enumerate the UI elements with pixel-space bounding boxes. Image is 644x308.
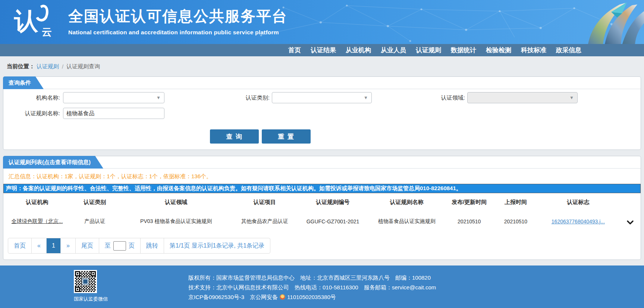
pagination: 首页 « 1 » 尾页 至 页 跳转 第1/1页 显示1到1条记录, 共1条记录 — [8, 238, 270, 254]
icp-number-text: 京ICP备09062530号-3 京公网安备 — [188, 294, 278, 300]
nav-item-cert-results[interactable]: 认证结果 — [311, 46, 336, 54]
site-subtitle: National certification and accreditation… — [68, 29, 288, 36]
chevron-down-icon: ▼ — [364, 95, 368, 100]
main-nav: 首页 认证结果 从业机构 从业人员 认证规则 数据统计 检验检测 科技标准 政采… — [0, 44, 644, 56]
footer-line-copyright: 版权所有：国家市场监督管理总局信息中心 地址：北京市西城区三里河东路八号 邮编：… — [188, 273, 436, 283]
pagination-status: 第1/1页 显示1到1条记录, 共1条记录 — [164, 238, 270, 253]
col-header-rule-no: 认证规则编号 — [296, 193, 370, 211]
pagination-next-button[interactable]: » — [60, 238, 75, 253]
breadcrumb-current: 认证规则查询 — [66, 63, 100, 70]
site-footer: 国家认监委微信 版权所有：国家市场监督管理总局信息中心 地址：北京市西城区三里河… — [0, 265, 644, 308]
col-header-project: 认证项目 — [233, 193, 296, 211]
pagination-last-button[interactable]: 尾页 — [75, 238, 99, 253]
qr-finder-icon — [75, 287, 80, 292]
row-expand-chevron-down-icon[interactable] — [627, 220, 634, 226]
site-title: 全国认证认可信息公共服务平台 — [68, 6, 288, 26]
qr-finder-icon — [91, 271, 96, 276]
results-table: 认证机构 认证类别 认证领域 认证项目 认证规则编号 认证规则名称 发布/更新时… — [3, 193, 641, 232]
table-row[interactable]: 全球绿色联盟（北京... 产品认证 PV03 植物基食品认证实施规则 其他食品农… — [3, 211, 641, 232]
search-form: 机构名称: ▼ 认证类别: ▼ 认证领域: ▼ 认证规则名称: — [3, 89, 641, 125]
cell-report-date: 20210510 — [495, 211, 537, 232]
nav-item-org[interactable]: 从业机构 — [346, 46, 371, 54]
header-artwork-decoration — [532, 0, 644, 44]
cell-domain: PV03 植物基食品认证实施规则 — [119, 211, 233, 232]
logo-cloud-glyph: 云 — [42, 25, 52, 39]
qr-caption: 国家认监委微信 — [74, 296, 97, 302]
nav-item-personnel[interactable]: 从业人员 — [381, 46, 406, 54]
site-header: 认 云 全国认证认可信息公共服务平台 National certificatio… — [0, 0, 644, 44]
org-name-link[interactable]: 全球绿色联盟（北京... — [12, 218, 63, 224]
cell-rule-no: GGUFC-GZ7001-2021 — [296, 211, 370, 232]
cert-category-label: 认证类别: — [211, 92, 270, 103]
disclaimer-bar: 声明：备案的认证规则的科学性、合法性、完整性、适用性，由报送备案信息的认证机构负… — [3, 184, 641, 193]
col-header-category: 认证类别 — [71, 193, 119, 211]
nav-item-home[interactable]: 首页 — [288, 46, 301, 54]
footer-line-icp: 京ICP备09062530号-3 京公网安备11010502035380号 — [188, 292, 436, 302]
results-panel-title: 认证规则列表(点击查看详细信息) — [3, 156, 103, 169]
nav-item-statistics[interactable]: 数据统计 — [451, 46, 476, 54]
qr-finder-icon — [75, 271, 80, 276]
col-header-expand — [620, 193, 641, 211]
breadcrumb-label: 当前位置： — [7, 63, 35, 70]
chevron-down-icon: ▼ — [569, 95, 574, 100]
table-header-row: 认证机构 认证类别 认证领域 认证项目 认证规则编号 认证规则名称 发布/更新时… — [3, 193, 641, 211]
rule-name-label: 认证规则名称: — [3, 108, 60, 119]
qr-center-logo-icon — [82, 279, 88, 285]
search-panel: 查询条件 机构名称: ▼ 认证类别: ▼ 认证领域: ▼ 认证规则名称: 查 询… — [3, 76, 641, 150]
pagination-jump-button[interactable]: 跳转 — [140, 238, 164, 253]
wechat-qr-block: 国家认监委微信 — [74, 270, 97, 302]
col-header-publish-date: 发布/更新时间 — [444, 193, 495, 211]
goto-prefix-label: 至 — [105, 242, 111, 250]
search-panel-title: 查询条件 — [3, 76, 44, 89]
pagination-goto-group: 至 页 — [99, 238, 140, 253]
police-record-number: 11010502035380号 — [287, 294, 336, 300]
org-name-select[interactable]: ▼ — [63, 92, 164, 103]
logo-ren-glyph: 认 — [14, 9, 38, 33]
site-title-block: 全国认证认可信息公共服务平台 National certification an… — [68, 6, 288, 36]
cert-domain-label: 认证领域: — [406, 92, 465, 103]
cert-category-select[interactable]: ▼ — [272, 92, 372, 103]
col-header-mark: 认证标志 — [537, 193, 619, 211]
nav-item-cert-rules[interactable]: 认证规则 — [416, 46, 441, 54]
site-logo[interactable]: 认 云 — [14, 4, 66, 41]
nav-item-procurement[interactable]: 政采信息 — [556, 46, 581, 54]
footer-line-support: 技术支持：北京中认网信息技术有限公司 热线电话：010-58116300 服务邮… — [188, 283, 436, 292]
col-header-report-date: 上报时间 — [495, 193, 537, 211]
chevron-down-icon: ▼ — [156, 95, 161, 100]
nav-item-tech-standards[interactable]: 科技标准 — [521, 46, 546, 54]
cell-rule-name: 植物基食品认证实施规则 — [370, 211, 444, 232]
rule-name-input[interactable] — [63, 108, 164, 119]
goto-suffix-label: 页 — [129, 242, 135, 250]
col-header-org: 认证机构 — [3, 193, 71, 211]
police-badge-icon — [280, 294, 285, 300]
reset-button[interactable]: 重 置 — [262, 129, 311, 144]
results-panel: 认证规则列表(点击查看详细信息) 汇总信息：认证机构：1家，认证规则：1个，认证… — [3, 156, 641, 260]
pagination-first-button[interactable]: 首页 — [8, 238, 31, 253]
summary-info: 汇总信息：认证机构：1家，认证规则：1个，认证标志：1个，依据标准：136个。 — [3, 169, 641, 184]
breadcrumb: 当前位置： 认证规则 / 认证规则查询 — [0, 56, 644, 76]
nav-item-inspection[interactable]: 检验检测 — [486, 46, 511, 54]
col-header-rule-name: 认证规则名称 — [370, 193, 444, 211]
col-header-domain: 认证领域 — [119, 193, 233, 211]
goto-page-input[interactable] — [113, 241, 126, 251]
breadcrumb-link-cert-rules[interactable]: 认证规则 — [37, 63, 59, 70]
search-actions: 查 询 重 置 — [210, 125, 641, 150]
cert-domain-select: ▼ — [467, 92, 578, 103]
results-panel-header: 认证规则列表(点击查看详细信息) — [3, 156, 641, 169]
qr-code-image — [74, 270, 97, 293]
search-panel-header: 查询条件 — [3, 77, 641, 89]
pagination-page-1[interactable]: 1 — [46, 238, 60, 253]
cert-mark-file-link[interactable]: 1620637768040493.j... — [552, 219, 605, 224]
cell-category: 产品认证 — [71, 211, 119, 232]
query-button[interactable]: 查 询 — [210, 129, 259, 144]
org-name-label: 机构名称: — [3, 92, 60, 103]
footer-text-block: 版权所有：国家市场监督管理总局信息中心 地址：北京市西城区三里河东路八号 邮编：… — [188, 273, 436, 302]
cell-project: 其他食品农产品认证 — [233, 211, 296, 232]
cell-publish-date: 20210510 — [444, 211, 495, 232]
pagination-prev-button[interactable]: « — [31, 238, 46, 253]
breadcrumb-separator: / — [61, 63, 65, 70]
